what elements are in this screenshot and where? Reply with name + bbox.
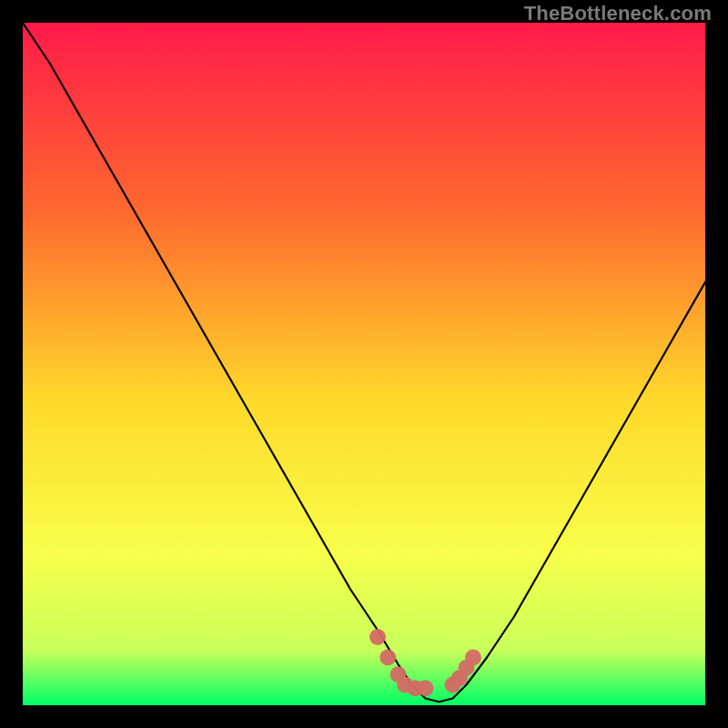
marker-dot — [379, 650, 396, 666]
chart-svg — [23, 23, 705, 705]
plot-area — [23, 23, 705, 705]
marker-dot — [418, 680, 434, 696]
gradient-background — [23, 23, 705, 705]
marker-dot — [369, 629, 386, 645]
chart-frame: TheBottleneck.com — [0, 0, 728, 728]
marker-dot — [465, 650, 481, 666]
